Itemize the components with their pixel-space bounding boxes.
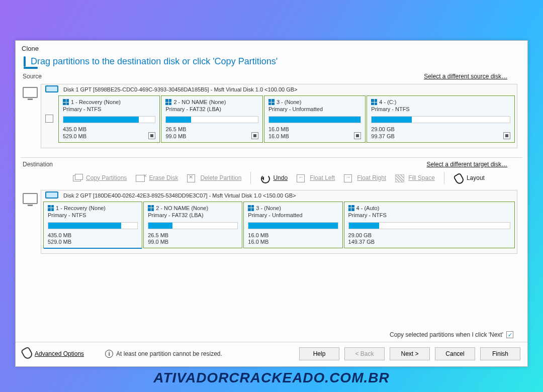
float-right-button[interactable]: Float Right — [344, 174, 386, 182]
monitor-icon — [21, 190, 41, 254]
source-label: Source — [16, 72, 49, 81]
dest-partition-2[interactable]: 2 - NO NAME (None) Primary - FAT32 (LBA)… — [143, 202, 242, 249]
cancel-button[interactable]: Cancel — [435, 347, 475, 360]
source-partition-2[interactable]: 2 - NO NAME (None) Primary - FAT32 (LBA)… — [161, 95, 262, 143]
dest-partition-4[interactable]: 4 - (Auto) Primary - NTFS 29.00 GB149.37… — [344, 202, 515, 249]
finish-button[interactable]: Finish — [480, 347, 520, 360]
source-disk-box: Disk 1 GPT [5898BE25-CDC0-469C-9393-3045… — [41, 84, 517, 148]
usage-bar — [268, 116, 361, 123]
dest-disk-box: Disk 2 GPT [180DE400-0262-42E3-8925-5348… — [41, 190, 517, 254]
hdd-icon — [24, 57, 26, 66]
usage-bar — [63, 116, 155, 123]
toolbar: Copy Partitions Erase Disk Delete Partit… — [16, 169, 527, 187]
source-select-checkbox[interactable] — [45, 115, 53, 123]
usage-bar — [48, 222, 138, 229]
source-partitions-row: 1 - Recovery (None) Primary - NTFS 435.0… — [58, 95, 515, 143]
back-button[interactable]: < Back — [344, 347, 385, 360]
header-text: Drag partitions to the destination disk … — [31, 56, 278, 67]
monitor-icon — [21, 84, 41, 148]
dest-disk-label: Disk 2 GPT [180DE400-0262-42E3-8925-5348… — [43, 190, 515, 202]
copy-partitions-button[interactable]: Copy Partitions — [73, 174, 127, 182]
stop-icon — [503, 132, 510, 139]
info-message: iAt least one partition cannot be resize… — [105, 350, 222, 358]
separator — [250, 172, 251, 184]
dest-partitions-row: 1 - Recovery (None) Primary - NTFS 435.0… — [43, 202, 515, 249]
advanced-options-link[interactable]: Advanced Options — [23, 348, 84, 360]
separator — [444, 172, 444, 184]
windows-icon — [348, 205, 354, 211]
fill-space-button[interactable]: Fill Space — [395, 174, 435, 182]
bottom-bar: Advanced Options iAt least one partition… — [16, 342, 527, 366]
checkbox-icon[interactable]: ✓ — [506, 331, 513, 338]
source-partition-4[interactable]: 4 - (C:) Primary - NTFS 29.00 GB99.37 GB — [367, 95, 515, 143]
windows-icon — [268, 99, 275, 105]
windows-icon — [371, 99, 377, 105]
wrench-icon — [23, 348, 32, 360]
usage-bar — [248, 222, 338, 229]
windows-icon — [63, 99, 69, 105]
windows-icon — [248, 205, 254, 211]
source-disk-area: Disk 1 GPT [5898BE25-CDC0-469C-9393-3045… — [16, 81, 527, 149]
undo-button[interactable]: Undo — [260, 174, 288, 182]
usage-bar — [165, 116, 258, 123]
windows-icon — [148, 205, 154, 211]
next-button[interactable]: Next > — [390, 347, 430, 360]
select-source-link[interactable]: Select a different source disk… — [424, 73, 507, 80]
drive-icon — [45, 85, 58, 92]
delete-partition-button[interactable]: Delete Partition — [187, 174, 241, 182]
float-left-button[interactable]: Float Left — [297, 174, 335, 182]
source-partition-3[interactable]: 3 - (None) Primary - Unformatted 16.0 MB… — [264, 95, 366, 143]
dest-partition-3[interactable]: 3 - (None) Primary - Unformatted 16.0 MB… — [243, 202, 342, 249]
usage-bar — [148, 222, 238, 229]
windows-icon — [165, 99, 171, 105]
clone-window: Clone Drag partitions to the destination… — [15, 40, 528, 367]
destination-label: Destination — [16, 160, 60, 169]
erase-disk-button[interactable]: Erase Disk — [136, 174, 178, 182]
usage-bar — [371, 116, 510, 123]
source-partition-1[interactable]: 1 - Recovery (None) Primary - NTFS 435.0… — [58, 95, 160, 143]
footer-watermark: ATIVADORCRACKEADO.COM.BR — [0, 370, 543, 386]
usage-bar — [348, 222, 511, 229]
source-disk-label: Disk 1 GPT [5898BE25-CDC0-469C-9393-3045… — [43, 84, 515, 95]
dest-disk-area: Disk 2 GPT [180DE400-0262-42E3-8925-5348… — [16, 187, 527, 255]
header-row: Drag partitions to the destination disk … — [16, 54, 527, 72]
drive-icon — [45, 191, 58, 199]
window-title: Clone — [16, 41, 527, 54]
dest-partition-1[interactable]: 1 - Recovery (None) Primary - NTFS 435.0… — [43, 202, 142, 249]
help-button[interactable]: Help — [299, 347, 339, 360]
layout-button[interactable]: Layout — [454, 174, 485, 182]
select-target-link[interactable]: Select a different target disk… — [426, 161, 507, 168]
copy-on-next-checkbox-row[interactable]: Copy selected partitions when I click 'N… — [390, 331, 513, 338]
stop-icon — [354, 132, 361, 139]
stop-icon — [251, 132, 258, 139]
divider — [21, 157, 522, 158]
info-icon: i — [105, 350, 113, 358]
stop-icon — [148, 132, 155, 139]
windows-icon — [48, 205, 54, 211]
